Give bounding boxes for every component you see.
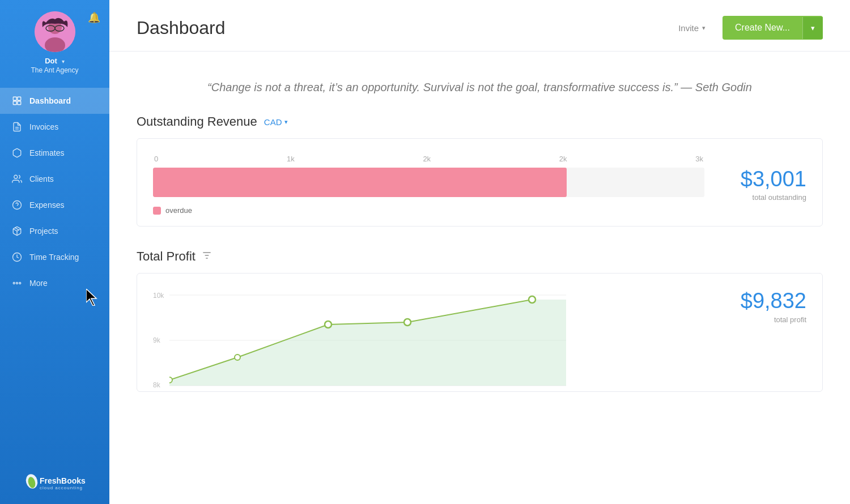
avatar[interactable] [35, 11, 75, 52]
invoices-icon [11, 121, 23, 133]
sidebar-item-label: Estimates [29, 148, 64, 157]
user-name: Dot [45, 57, 57, 66]
bar-legend: overdue [153, 206, 704, 215]
y-label-10k: 10k [153, 292, 164, 300]
outstanding-revenue-chart: 0 1k 2k 2k 3k overdue $3,001 [137, 138, 823, 227]
svg-point-35 [404, 319, 411, 326]
invite-button[interactable]: Invite ▾ [668, 18, 716, 39]
svg-point-33 [235, 354, 240, 360]
svg-point-19 [16, 282, 18, 284]
bar-fill-overdue [153, 168, 567, 197]
svg-text:FreshBooks: FreshBooks [40, 476, 86, 485]
outstanding-revenue-header: Outstanding Revenue CAD ▾ [137, 114, 823, 129]
sidebar-item-label: Invoices [29, 122, 58, 131]
sidebar: 🔔 Dot ▾ The Ant Agency D [0, 0, 109, 504]
create-new-button[interactable]: Create New... ▾ [722, 16, 823, 40]
svg-point-18 [13, 282, 15, 284]
currency-selector[interactable]: CAD ▾ [264, 117, 288, 127]
more-icon [11, 277, 23, 289]
expenses-icon [11, 199, 23, 211]
freshbooks-logo: FreshBooks cloud accounting [0, 459, 109, 504]
svg-marker-31 [169, 300, 566, 386]
axis-label-2: 2k [423, 155, 431, 163]
outstanding-total-value: $3,001 [716, 168, 806, 191]
user-area: 🔔 Dot ▾ The Ant Agency [0, 0, 109, 83]
axis-label-3: 2k [559, 155, 567, 163]
currency-label: CAD [264, 117, 282, 127]
create-new-label: Create New... [722, 16, 802, 40]
svg-point-36 [529, 296, 536, 303]
page-title: Dashboard [137, 18, 226, 39]
outstanding-total-label: total outstanding [716, 193, 806, 202]
total-profit-header: Total Profit [137, 249, 823, 264]
estimates-icon [11, 147, 23, 159]
profit-line-chart-svg [169, 289, 566, 391]
bar-axis: 0 1k 2k 2k 3k [153, 155, 704, 163]
sidebar-item-invoices[interactable]: Invoices [0, 114, 109, 140]
y-label-9k: 9k [153, 336, 164, 344]
sidebar-item-label: Projects [29, 227, 58, 236]
svg-point-20 [19, 282, 21, 284]
sidebar-item-label: Clients [29, 174, 54, 183]
sidebar-item-label: Expenses [29, 200, 64, 210]
invite-dropdown-icon: ▾ [702, 24, 706, 32]
total-profit-title: Total Profit [137, 249, 196, 264]
svg-point-32 [169, 377, 172, 383]
sidebar-item-estimates[interactable]: Estimates [0, 140, 109, 166]
svg-rect-8 [13, 101, 16, 105]
main-header: Dashboard Invite ▾ Create New... ▾ [109, 0, 850, 52]
sidebar-item-more[interactable]: More [0, 270, 109, 296]
svg-rect-9 [18, 101, 21, 105]
clients-icon [11, 173, 23, 185]
sidebar-item-clients[interactable]: Clients [0, 166, 109, 192]
sidebar-item-projects[interactable]: Projects [0, 218, 109, 244]
bar-chart-main: 0 1k 2k 2k 3k overdue [153, 155, 704, 215]
profit-total-label: total profit [716, 315, 806, 324]
profit-total: $9,832 total profit [716, 289, 806, 324]
sidebar-item-label: Dashboard [29, 96, 71, 105]
svg-point-12 [14, 175, 18, 178]
notification-bell-icon[interactable]: 🔔 [88, 11, 100, 24]
svg-point-34 [325, 321, 332, 328]
svg-rect-7 [18, 97, 21, 100]
axis-label-1: 1k [287, 155, 295, 163]
y-label-8k: 8k [153, 381, 164, 389]
axis-label-4: 3k [695, 155, 703, 163]
invite-label: Invite [678, 23, 699, 33]
sidebar-item-label: Time Tracking [29, 253, 79, 262]
company-name: The Ant Agency [31, 66, 78, 74]
sidebar-item-label: More [29, 279, 48, 288]
bar-track [153, 168, 704, 197]
bar-chart-area: 0 1k 2k 2k 3k overdue $3,001 [153, 155, 806, 215]
inspirational-quote: “Change is not a threat, it’s an opportu… [137, 70, 823, 114]
svg-text:cloud accounting: cloud accounting [40, 485, 83, 490]
dashboard-content: “Change is not a threat, it’s an opportu… [109, 52, 850, 410]
filter-icon[interactable] [201, 250, 212, 264]
create-new-dropdown-icon[interactable]: ▾ [802, 17, 823, 39]
sidebar-item-time-tracking[interactable]: Time Tracking [0, 244, 109, 270]
dashboard-icon [11, 95, 23, 106]
time-tracking-icon [11, 251, 23, 263]
main-nav: Dashboard Invoices Estimates Clients [0, 83, 109, 459]
svg-line-15 [15, 228, 19, 230]
user-dropdown-arrow-icon[interactable]: ▾ [62, 58, 65, 65]
currency-dropdown-icon: ▾ [284, 118, 288, 126]
sidebar-item-dashboard[interactable]: Dashboard [0, 88, 109, 114]
outstanding-revenue-title: Outstanding Revenue [137, 114, 257, 129]
line-chart-area: 10k 9k 8k [153, 289, 806, 391]
svg-rect-6 [13, 97, 16, 100]
legend-label-overdue: overdue [165, 206, 192, 215]
header-actions: Invite ▾ Create New... ▾ [668, 16, 823, 40]
projects-icon [11, 225, 23, 237]
main-content-area: Dashboard Invite ▾ Create New... ▾ “Chan… [109, 0, 850, 504]
line-chart-main: 10k 9k 8k [153, 289, 704, 391]
total-profit-chart: 10k 9k 8k [137, 273, 823, 392]
svg-point-13 [13, 200, 22, 209]
outstanding-total: $3,001 total outstanding [716, 168, 806, 202]
sidebar-item-expenses[interactable]: Expenses [0, 192, 109, 218]
profit-total-value: $9,832 [716, 289, 806, 313]
axis-label-0: 0 [154, 155, 158, 163]
legend-dot-overdue [153, 207, 161, 215]
quote-text: “Change is not a threat, it’s an opportu… [207, 81, 752, 93]
